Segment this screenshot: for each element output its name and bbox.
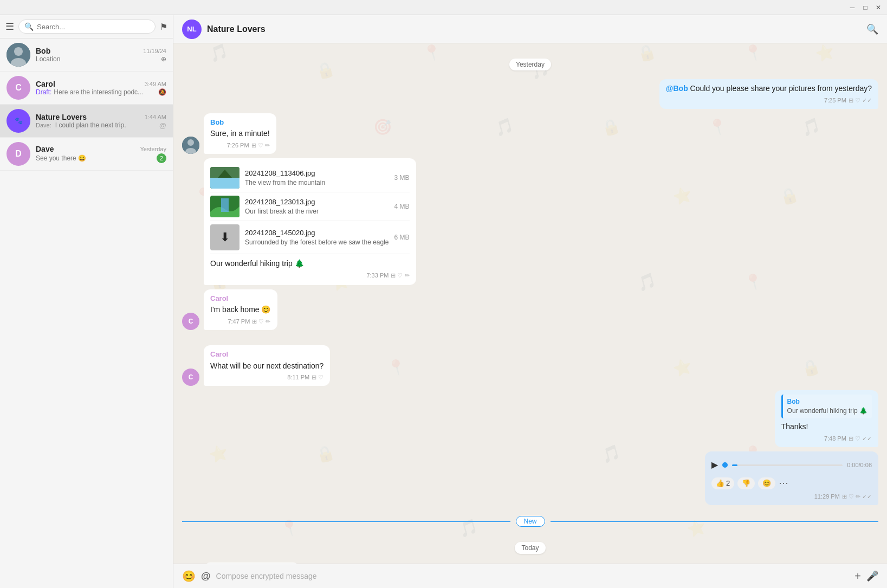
at-button[interactable]: @ [201, 571, 211, 582]
msg-avatar-carol-1: C [182, 313, 199, 330]
minimize-button[interactable]: ─ [848, 3, 857, 12]
chat-item-nature-lovers[interactable]: 🐾 Nature Lovers 1:44 AM Dave: I could pl… [0, 105, 173, 138]
voice-footer: 11:29 PM ⊞ ♡ ✏ ✓✓ [711, 493, 872, 501]
message-row-carol-1: C Carol I'm back home 😊 7:47 PM ⊞ ♡ ✏ [182, 289, 878, 330]
play-button[interactable]: ▶ [711, 459, 718, 471]
app-container: ☰ 🔍 ⚑ Bob 11/ [0, 15, 887, 588]
date-divider-today: Today [182, 542, 878, 554]
emoji-button[interactable]: 😊 [182, 570, 196, 583]
mention-footer: 7:25 PM ⊞ ♡ ✓✓ [666, 96, 872, 105]
avatar-bob [7, 43, 30, 67]
message-row-mention: @Bob @Bob Could you please share your pi… [182, 79, 878, 109]
close-button[interactable]: ✕ [874, 3, 883, 12]
carol-sender-1: Carol [210, 294, 271, 303]
chat-info-dave: Dave Yesterday See you there 😀 2 [36, 145, 166, 163]
voice-duration: 0:00/0:08 [847, 461, 872, 469]
chat-name-nature-lovers: Nature Lovers [36, 113, 87, 121]
compose-bar: 😊 @ + 🎤 [173, 564, 887, 588]
bubble-mention: @Bob @Bob Could you please share your pi… [659, 79, 878, 109]
microphone-button[interactable]: 🎤 [866, 570, 878, 582]
search-chat-icon[interactable]: 🔍 [866, 23, 878, 35]
bubble-carol-1: Carol I'm back home 😊 7:47 PM ⊞ ♡ ✏ [204, 289, 277, 330]
file-thumb-1 [210, 167, 239, 189]
message-row-voice: ▶ 0:00/0:08 👍 2 👎 [182, 451, 878, 505]
new-message-divider: New [182, 516, 878, 527]
status-icons: ⊞ ♡ ✓✓ [849, 96, 872, 105]
avatar-nature-lovers: 🐾 [7, 109, 30, 133]
reactions: 👍 2 👎 😊 ⋯ [711, 476, 872, 490]
pin-icon: ⊕ [161, 55, 166, 63]
chat-info-nature-lovers: Nature Lovers 1:44 AM Dave: I could plan… [36, 113, 166, 130]
reaction-smile[interactable]: 😊 [758, 477, 775, 489]
file-thumb-2 [210, 196, 239, 217]
bob-reply-text: Sure, in a minute! [210, 128, 270, 139]
bubble-thanks: Bob Our wonderful hiking trip 🌲 Thanks! … [775, 390, 878, 447]
filter-icon[interactable]: ⚑ [160, 22, 167, 32]
carol-msg-2-text: What will be our next destination? [210, 361, 323, 372]
mute-icon-carol: 🔕 [158, 88, 166, 96]
msg-avatar-carol-2: C [182, 369, 199, 386]
group-avatar: NL [182, 20, 202, 39]
bob-reply-footer: 7:26 PM ⊞ ♡ ✏ [210, 141, 270, 150]
search-box: 🔍 [18, 20, 156, 34]
chat-time-nature-lovers: 1:44 AM [145, 114, 166, 120]
chat-list: Bob 11/19/24 Location ⊕ C Carol [0, 38, 173, 588]
hiking-footer: 7:33 PM ⊞ ♡ ✏ [210, 272, 410, 280]
chat-preview-carol: Draft: Here are the interesting podc... … [36, 88, 166, 96]
message-row-carol-2: C Carol What will be our next destinatio… [182, 345, 878, 386]
chat-time-dave: Yesterday [140, 146, 166, 152]
menu-icon[interactable]: ☰ [5, 21, 14, 33]
add-attachment-button[interactable]: + [854, 570, 861, 583]
reaction-thumbsup[interactable]: 👍 2 [711, 477, 734, 489]
msg-avatar-bob [182, 137, 199, 154]
messages-container[interactable]: Yesterday @Bob @Bob Could you please sha… [173, 43, 887, 564]
voice-player[interactable]: ▶ 0:00/0:08 [711, 456, 872, 474]
chat-name-bob: Bob [36, 47, 50, 55]
file-item-3[interactable]: ⬇ 20241208_145020.jpg Surrounded by the … [210, 221, 410, 254]
file-item-1[interactable]: 20241208_113406.jpg The view from the mo… [210, 164, 410, 192]
main-chat: 🎵 🔒 📍 🎵 🔒 📍 ⭐ ⭐ 🎯 🎵 🔒 📍 🎵 📍 🎵 ⭐ 🔒 🔒 ⭐ 🎵 … [173, 15, 887, 588]
chat-time-carol: 3:49 AM [145, 81, 166, 87]
thanks-footer: 7:48 PM ⊞ ♡ ✓✓ [781, 435, 872, 443]
carol-msg-1-text: I'm back home 😊 [210, 305, 271, 315]
date-divider-yesterday: Yesterday [182, 59, 878, 70]
chat-header: NL Nature Lovers 🔍 [173, 15, 887, 43]
svg-point-1 [14, 47, 23, 56]
search-input[interactable] [37, 23, 150, 31]
sidebar: ☰ 🔍 ⚑ Bob 11/ [0, 15, 173, 588]
chat-info-bob: Bob 11/19/24 Location ⊕ [36, 47, 166, 63]
voice-progress-bar[interactable] [732, 464, 843, 466]
bubble-bob-reply: Bob Sure, in a minute! 7:26 PM ⊞ ♡ ✏ [204, 113, 276, 154]
date-pill-yesterday: Yesterday [509, 59, 551, 70]
chat-header-title: Nature Lovers [207, 24, 266, 34]
chat-preview-dave: See you there 😀 2 [36, 153, 166, 163]
svg-rect-10 [221, 198, 229, 212]
reply-quote: Bob Our wonderful hiking trip 🌲 [781, 395, 872, 418]
chat-name-dave: Dave [36, 145, 54, 153]
date-pill-today: Today [515, 542, 545, 554]
compose-input[interactable] [216, 572, 850, 580]
avatar-carol: C [7, 76, 30, 100]
badge-dave: 2 [157, 153, 166, 163]
reaction-thumbsdown[interactable]: 👎 [737, 477, 755, 489]
chat-info-carol: Carol 3:49 AM Draft: Here are the intere… [36, 80, 166, 96]
group-initials: NL [187, 25, 196, 33]
reaction-more-button[interactable]: ⋯ [779, 476, 788, 490]
svg-rect-7 [210, 178, 239, 189]
chat-item-bob[interactable]: Bob 11/19/24 Location ⊕ [0, 38, 173, 72]
avatar-dave: D [7, 142, 30, 166]
maximize-button[interactable]: □ [861, 3, 870, 12]
carol-1-footer: 7:47 PM ⊞ ♡ ✏ [210, 318, 271, 326]
chat-time-bob: 11/19/24 [143, 48, 166, 54]
bubble-carol-2: Carol What will be our next destination?… [204, 345, 330, 386]
hiking-caption: Our wonderful hiking trip 🌲 [210, 259, 410, 269]
message-row-bob-files: 20241208_113406.jpg The view from the mo… [182, 158, 878, 285]
chat-item-dave[interactable]: D Dave Yesterday See you there 😀 2 [0, 138, 173, 171]
voice-bar-fill [732, 464, 737, 466]
download-thumb: ⬇ [210, 224, 239, 250]
chat-item-carol[interactable]: C Carol 3:49 AM Draft: Here are the inte… [0, 72, 173, 105]
bubble-bob-files: 20241208_113406.jpg The view from the mo… [204, 158, 416, 285]
voice-dot [722, 462, 728, 468]
file-item-2[interactable]: 20241208_123013.jpg Our first break at t… [210, 192, 410, 221]
bob-sender-label: Bob [210, 118, 270, 127]
